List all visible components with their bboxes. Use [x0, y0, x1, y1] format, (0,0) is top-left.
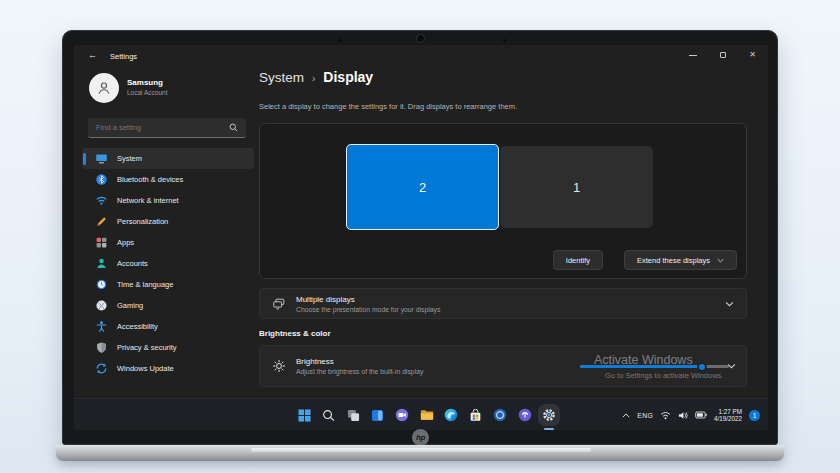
sidebar-item-label: Windows Update — [117, 364, 174, 373]
search-box[interactable] — [88, 118, 246, 138]
breadcrumb-separator: › — [312, 73, 315, 84]
arrangement-buttons: Identify Extend these displays — [553, 250, 737, 270]
brightness-icon — [272, 359, 286, 373]
accessibility-icon — [95, 320, 108, 333]
search-icon — [322, 409, 335, 422]
page-description: Select a display to change the settings … — [259, 102, 517, 111]
microphone-dot — [338, 39, 341, 42]
task-view-icon — [347, 409, 360, 422]
brush-icon — [95, 215, 108, 228]
sidebar-item-label: Network & internet — [117, 196, 179, 205]
chevron-down-icon[interactable] — [725, 301, 734, 307]
laptop-lid: ← Settings ✕ Samsung Local Account — [62, 30, 778, 445]
shield-icon — [95, 341, 108, 354]
breadcrumb: System › Display — [259, 69, 373, 85]
display-1[interactable]: 1 — [500, 146, 653, 228]
minimize-icon[interactable] — [689, 55, 697, 56]
display-2[interactable]: 2 — [346, 144, 499, 230]
section-header: Brightness & color — [259, 329, 331, 338]
chat-button[interactable] — [394, 407, 410, 423]
sidebar-item-label: Time & language — [117, 280, 173, 289]
sidebar-item-apps[interactable]: Apps — [82, 232, 254, 253]
back-icon[interactable]: ← — [88, 50, 97, 60]
file-explorer-button[interactable] — [419, 407, 435, 423]
search-input[interactable] — [96, 123, 223, 132]
tray-time: 1:27 PM — [714, 408, 742, 416]
store-icon — [469, 409, 482, 422]
language-indicator[interactable]: ENG — [637, 412, 653, 419]
sidebar-item-label: Personalization — [117, 217, 168, 226]
identify-button[interactable]: Identify — [553, 250, 603, 270]
user-name: Samsung — [127, 78, 163, 87]
clock[interactable]: 1:27 PM 4/19/2022 — [714, 408, 742, 423]
notification-badge[interactable]: 1 — [749, 410, 760, 421]
sidebar-item-system[interactable]: System — [82, 148, 254, 169]
pinned-app-button[interactable] — [517, 407, 533, 423]
sidebar-item-personalization[interactable]: Personalization — [82, 211, 254, 232]
extend-displays-button[interactable]: Extend these displays — [624, 250, 737, 270]
hidden-icons-chevron-icon[interactable] — [622, 413, 630, 418]
taskbar-search-button[interactable] — [321, 407, 337, 423]
sidebar-item-accessibility[interactable]: Accessibility — [82, 316, 254, 337]
laptop-hinge — [56, 445, 784, 461]
pinned-app-button[interactable] — [492, 407, 508, 423]
system-icon — [95, 152, 108, 165]
start-button[interactable] — [296, 407, 312, 423]
battery-icon[interactable] — [695, 411, 707, 419]
widgets-button[interactable] — [370, 407, 386, 423]
brightness-slider-fill — [580, 365, 702, 368]
sidebar-nav: System Bluetooth & devices Network & int… — [82, 148, 254, 379]
sidebar-item-network-internet[interactable]: Network & internet — [82, 190, 254, 211]
wifi-tray-icon[interactable] — [660, 411, 671, 420]
sidebar-item-label: Privacy & security — [117, 343, 177, 352]
brightness-slider[interactable] — [580, 365, 729, 368]
tray-date: 4/19/2022 — [714, 415, 742, 423]
task-view-button[interactable] — [345, 407, 361, 423]
multiple-displays-subtitle: Choose the presentation mode for your di… — [296, 306, 440, 313]
hp-logo: hp — [412, 429, 429, 446]
hinge-groove — [251, 448, 591, 452]
edge-button[interactable] — [443, 407, 459, 423]
multiple-displays-icon — [272, 297, 286, 311]
breadcrumb-parent[interactable]: System — [259, 70, 304, 85]
multiple-displays-title: Multiple displays — [296, 295, 440, 304]
volume-icon[interactable] — [678, 411, 688, 420]
close-icon[interactable]: ✕ — [749, 51, 756, 59]
settings-icon — [542, 408, 556, 422]
clock-icon — [95, 278, 108, 291]
chat-icon — [395, 408, 409, 422]
user-account-type: Local Account — [127, 89, 167, 96]
page-title: Display — [323, 69, 373, 85]
brightness-slider-handle[interactable] — [697, 362, 707, 372]
person-icon — [96, 80, 112, 96]
activate-windows-watermark-sub: Go to Settings to activate Windows. — [605, 371, 723, 380]
brightness-subtitle: Adjust the brightness of the built-in di… — [296, 368, 423, 375]
windows-update-icon — [95, 362, 108, 375]
avatar[interactable] — [89, 73, 119, 103]
settings-taskbar-button[interactable] — [541, 407, 557, 423]
widgets-icon — [371, 409, 384, 422]
multiple-displays-row[interactable]: Multiple displays Choose the presentatio… — [259, 288, 747, 319]
sidebar-item-accounts[interactable]: Accounts — [82, 253, 254, 274]
system-tray: ENG 1:27 PM 4/19/2022 — [622, 399, 760, 430]
brightness-row[interactable]: Brightness Adjust the brightness of the … — [259, 345, 747, 387]
file-explorer-icon — [420, 409, 434, 421]
taskbar: ENG 1:27 PM 4/19/2022 — [74, 398, 768, 430]
maximize-icon[interactable] — [720, 52, 727, 59]
window-controls: ✕ — [689, 45, 756, 65]
sidebar-item-label: Accessibility — [117, 322, 158, 331]
store-button[interactable] — [468, 407, 484, 423]
apps-icon — [95, 236, 108, 249]
search-icon — [229, 123, 238, 132]
start-icon — [298, 409, 311, 422]
sidebar-item-bluetooth-devices[interactable]: Bluetooth & devices — [82, 169, 254, 190]
edge-icon — [444, 408, 458, 422]
sidebar-item-time-language[interactable]: Time & language — [82, 274, 254, 295]
sidebar-item-privacy-security[interactable]: Privacy & security — [82, 337, 254, 358]
sidebar-item-gaming[interactable]: Gaming — [82, 295, 254, 316]
bluetooth-icon — [95, 173, 108, 186]
app-circle-blue-icon — [493, 408, 507, 422]
sidebar-item-windows-update[interactable]: Windows Update — [82, 358, 254, 379]
sidebar-item-label: Gaming — [117, 301, 143, 310]
sidebar-item-label: Bluetooth & devices — [117, 175, 183, 184]
